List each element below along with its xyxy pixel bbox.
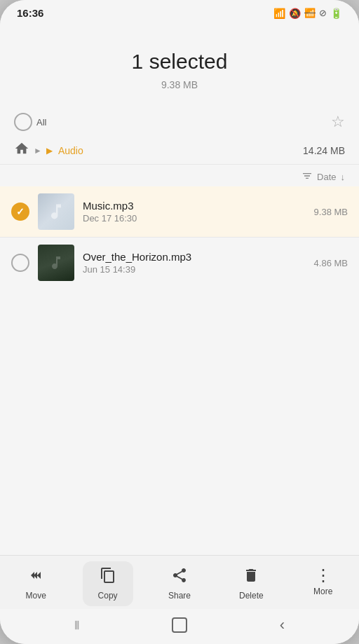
file-thumbnail-1 [38,193,74,230]
more-icon: ⋮ [315,567,332,584]
file-item-1[interactable]: Music.mp3 Dec 17 16:30 9.38 MB [0,186,359,237]
file-name-2: Over_the_Horizon.mp3 [83,251,306,263]
home-folder-icon[interactable] [14,141,29,160]
breadcrumb-left: ► ▶ Audio [14,141,83,160]
nav-back-icon[interactable]: ‹ [280,616,285,634]
main-content: 1 selected 9.38 MB All ☆ ► ▶ Audio 14.24… [0,22,359,555]
select-all-checkbox[interactable] [14,113,32,131]
filter-left: All [14,113,46,131]
mute-icon: 🔕 [289,8,301,19]
horizon-thumbnail [38,245,74,281]
breadcrumb-audio-label[interactable]: Audio [58,145,83,156]
battery-icon: 🔋 [330,8,342,19]
sort-direction-icon[interactable]: ↓ [341,172,346,182]
sort-icon[interactable] [302,170,313,184]
bottom-action-bar: Move Copy Share Delete ⋮ More [0,555,359,609]
signal-icon: ⊘ [319,8,327,18]
selected-header: 1 selected 9.38 MB [0,22,359,104]
wifi-off-icon: 📶 [304,8,316,18]
file-name-1: Music.mp3 [83,200,306,212]
filter-row: All ☆ [0,107,359,137]
file-size-2: 4.86 MB [314,258,348,268]
file-date-2: Jun 15 14:39 [83,264,306,275]
selected-title: 1 selected [132,50,228,74]
copy-label: Copy [98,591,118,601]
file-size-1: 9.38 MB [314,207,348,217]
copy-icon [100,567,116,588]
share-icon [171,567,188,588]
copy-button[interactable]: Copy [83,561,133,606]
more-label: More [313,587,332,596]
selected-size: 9.38 MB [161,79,198,90]
file-info-2: Over_the_Horizon.mp3 Jun 15 14:39 [83,251,306,275]
phone-frame: 16:36 📶 🔕 📶 ⊘ 🔋 1 selected 9.38 MB All ☆ [0,0,359,644]
status-icons: 📶 🔕 📶 ⊘ 🔋 [273,8,342,19]
status-time: 16:36 [17,7,43,19]
nav-recent-icon[interactable]: ⦀ [74,618,80,633]
file-info-1: Music.mp3 Dec 17 16:30 [83,200,306,224]
sort-row: Date ↓ [0,165,359,186]
delete-label: Delete [239,591,264,601]
delete-button[interactable]: Delete [226,561,276,606]
star-icon[interactable]: ☆ [331,113,345,131]
breadcrumb-row: ► ▶ Audio 14.24 MB [0,137,359,165]
move-icon [27,567,44,588]
move-button[interactable]: Move [11,561,61,606]
share-label: Share [168,591,191,601]
status-bar: 16:36 📶 🔕 📶 ⊘ 🔋 [0,0,359,22]
navigation-bar: ⦀ ‹ [0,609,359,644]
file-checkbox-1[interactable] [11,203,29,221]
sort-label[interactable]: Date [317,172,336,182]
share-button[interactable]: Share [154,561,205,606]
breadcrumb-play-icon: ▶ [46,146,53,156]
breadcrumb-total-size: 14.24 MB [303,145,345,156]
file-thumbnail-2 [38,245,74,281]
bluetooth-icon: 📶 [273,8,285,19]
all-label: All [36,117,46,128]
delete-icon [243,567,259,588]
nav-home-icon[interactable] [172,617,187,633]
music-thumbnail [38,193,74,230]
file-date-1: Dec 17 16:30 [83,213,306,224]
file-item-2[interactable]: Over_the_Horizon.mp3 Jun 15 14:39 4.86 M… [0,238,359,288]
file-checkbox-2[interactable] [11,254,29,272]
move-label: Move [26,591,46,601]
breadcrumb-arrow-icon: ► [34,146,42,156]
file-list: Music.mp3 Dec 17 16:30 9.38 MB Over_the_… [0,186,359,555]
more-button[interactable]: ⋮ More [298,561,348,602]
